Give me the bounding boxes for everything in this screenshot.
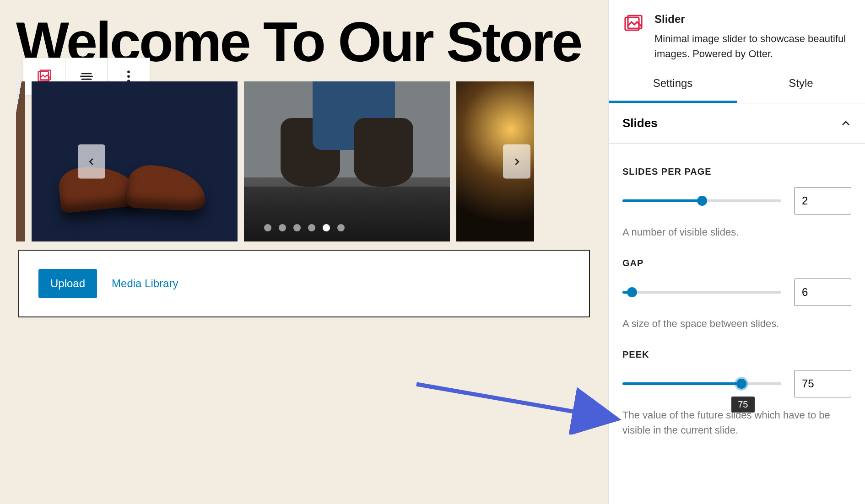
media-placeholder: Upload Media Library [18,250,590,317]
slides-per-page-input[interactable] [794,187,851,214]
control-help: A number of visible slides. [622,225,851,240]
pagination-dot[interactable] [264,224,271,231]
media-library-link[interactable]: Media Library [112,277,178,290]
tab-style[interactable]: Style [737,66,865,103]
slider-pagination [264,224,345,231]
block-inspector-sidebar: Slider Minimal image slider to showcase … [608,0,865,504]
pagination-dot[interactable] [293,224,301,231]
svg-point-6 [127,75,130,78]
block-description: Minimal image slider to showcase beautif… [654,31,851,61]
pagination-dot[interactable] [337,224,345,231]
slide-peek-left[interactable] [16,81,25,241]
control-slides-per-page: SLIDES PER PAGE A number of visible slid… [622,166,851,240]
slide-2[interactable] [244,81,450,241]
control-label: SLIDES PER PAGE [622,166,851,177]
slider-next-button[interactable] [503,145,530,179]
pagination-dot-active[interactable] [323,224,330,231]
control-gap: GAP A size of the space between slides. [622,258,851,331]
upload-button[interactable]: Upload [38,269,97,298]
slider-prev-button[interactable] [78,145,105,179]
panel-slides-body: SLIDES PER PAGE A number of visible slid… [609,144,865,451]
control-label: GAP [622,258,851,268]
slider-block[interactable] [16,81,592,241]
control-help: A size of the space between slides. [622,316,851,331]
slide-1[interactable] [32,81,238,241]
control-peek: PEEK 75 The value of the future slides w… [622,349,851,438]
chevron-left-icon [86,156,97,166]
svg-line-8 [416,384,613,418]
peek-tooltip: 75 [731,397,754,413]
annotation-arrow [412,380,622,434]
inspector-tabs: Settings Style [609,66,865,103]
block-title: Slider [654,13,851,26]
gap-input[interactable] [794,279,851,306]
peek-slider[interactable]: 75 [622,379,781,388]
pagination-dot[interactable] [308,224,315,231]
control-label: PEEK [622,349,851,360]
panel-title: Slides [622,116,658,130]
slider-block-icon [622,13,644,35]
tab-settings[interactable]: Settings [609,66,737,103]
gap-slider[interactable] [622,288,781,297]
chevron-right-icon [512,156,522,166]
peek-input[interactable] [794,370,851,397]
slides-per-page-slider[interactable] [622,196,781,205]
panel-slides-header[interactable]: Slides [609,103,865,144]
svg-point-5 [127,70,130,73]
block-card: Slider Minimal image slider to showcase … [609,0,865,66]
pagination-dot[interactable] [279,224,286,231]
chevron-up-icon [840,118,851,129]
editor-canvas: Welcome To Our Store [0,0,608,504]
